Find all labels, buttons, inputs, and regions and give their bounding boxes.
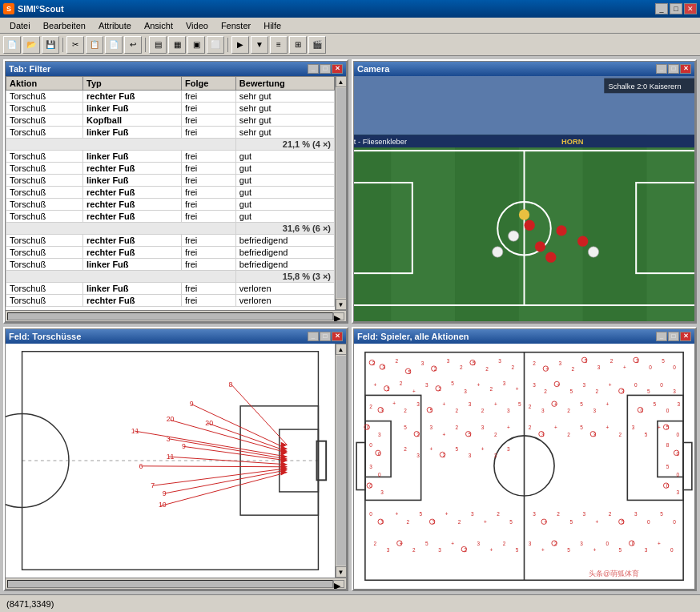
tb-save[interactable]: 💾 — [42, 36, 59, 54]
svg-text:3: 3 — [471, 511, 474, 517]
svg-text:0: 0 — [647, 519, 650, 525]
tb-copy[interactable]: 📋 — [86, 36, 103, 54]
tb-layout[interactable]: ⊞ — [289, 36, 307, 54]
tb-view4[interactable]: ⬜ — [207, 36, 224, 54]
maximize-button[interactable]: □ — [670, 3, 682, 14]
svg-text:2: 2 — [406, 519, 409, 525]
svg-text:5: 5 — [619, 547, 622, 553]
svg-text:2: 2 — [619, 432, 622, 437]
svg-text:0: 0 — [378, 472, 381, 477]
svg-text:+: + — [623, 364, 626, 370]
svg-text:3: 3 — [632, 425, 635, 430]
svg-text:0: 0 — [670, 547, 674, 553]
col-folge: Folge — [182, 77, 236, 91]
field-minimize-btn[interactable]: _ — [308, 332, 319, 341]
field-maximize-btn[interactable]: □ — [320, 332, 331, 341]
menu-fenster[interactable]: Fenster — [215, 19, 257, 32]
svg-text:5: 5 — [425, 541, 428, 546]
filter-close-btn[interactable]: ✕ — [332, 64, 343, 74]
camera-svg: Ceresit - Fliesenkleber HORN Schalke 2:0… — [354, 76, 694, 321]
svg-text:+: + — [443, 432, 446, 437]
scatter-close-btn[interactable]: ✕ — [680, 332, 691, 341]
scatter-panel-titlebar: Feld: Spieler, alle Aktionen _ □ ✕ — [354, 329, 694, 344]
filter-hscroll[interactable]: ▶ — [6, 310, 346, 321]
scatter-maximize-btn[interactable]: □ — [668, 332, 679, 341]
svg-text:2: 2 — [511, 364, 514, 370]
camera-maximize-btn[interactable]: □ — [668, 64, 679, 74]
menu-datei[interactable]: Datei — [3, 19, 37, 32]
field-hscroll-right[interactable]: ▶ — [333, 580, 344, 588]
svg-text:+: + — [490, 547, 493, 553]
filter-hscroll-right[interactable]: ▶ — [333, 312, 344, 320]
tb-view3[interactable]: ▣ — [187, 36, 205, 54]
filter-maximize-btn[interactable]: □ — [320, 64, 331, 74]
tb-undo[interactable]: ↩ — [124, 36, 142, 54]
svg-rect-75 — [356, 442, 365, 489]
tb-paste[interactable]: 📄 — [105, 36, 123, 54]
menu-video[interactable]: Video — [179, 19, 215, 32]
svg-text:3: 3 — [498, 358, 501, 364]
filter-htrack[interactable] — [7, 312, 333, 320]
tb-open[interactable]: 📂 — [22, 36, 40, 54]
menu-ansicht[interactable]: Ansicht — [138, 19, 179, 32]
camera-minimize-btn[interactable]: _ — [656, 64, 667, 74]
svg-text:3: 3 — [558, 360, 561, 366]
tb-chart[interactable]: ≡ — [270, 36, 288, 54]
menu-attribute[interactable]: Attribute — [92, 19, 138, 32]
svg-text:2: 2 — [494, 453, 497, 458]
svg-text:8: 8 — [229, 380, 233, 389]
menu-hilfe[interactable]: Hilfe — [257, 19, 288, 32]
filter-vscroll[interactable]: ▲ ▼ — [335, 76, 346, 310]
tb-filter[interactable]: ▼ — [251, 36, 268, 54]
filter-scroll-down[interactable]: ▼ — [336, 299, 347, 310]
svg-text:3: 3 — [380, 489, 384, 495]
filter-minimize-btn[interactable]: _ — [308, 64, 319, 74]
tb-cut[interactable]: ✂ — [66, 36, 84, 54]
svg-point-25 — [519, 209, 529, 219]
svg-text:2: 2 — [460, 364, 463, 370]
svg-text:2: 2 — [494, 432, 497, 437]
svg-text:3: 3 — [507, 408, 510, 413]
tb-video[interactable]: 🎬 — [308, 36, 326, 54]
tb-sep2 — [145, 38, 146, 52]
camera-panel-buttons: _ □ ✕ — [656, 64, 691, 74]
scatter-minimize-btn[interactable]: _ — [656, 332, 667, 341]
app-title: SIMI°Scout — [18, 4, 64, 14]
field-scroll-down[interactable]: ▼ — [336, 566, 347, 578]
svg-point-19 — [525, 220, 535, 231]
tb-new[interactable]: 📄 — [3, 36, 21, 54]
field-htrack[interactable] — [7, 580, 333, 588]
tb-view2[interactable]: ▦ — [168, 36, 186, 54]
camera-close-btn[interactable]: ✕ — [680, 64, 691, 74]
svg-text:2: 2 — [533, 360, 536, 366]
minimize-button[interactable]: _ — [655, 3, 668, 14]
field-hscroll[interactable]: ▶ — [6, 578, 346, 589]
tb-view1[interactable]: ▤ — [149, 36, 167, 54]
svg-text:3: 3 — [438, 547, 441, 553]
svg-text:3: 3 — [416, 453, 420, 458]
field-vscroll[interactable]: ▲ ▼ — [335, 344, 346, 578]
close-button[interactable]: ✕ — [684, 3, 697, 14]
menu-bearbeiten[interactable]: Bearbeiten — [37, 19, 92, 32]
camera-panel-title: Camera — [357, 64, 389, 74]
svg-text:0: 0 — [673, 519, 676, 525]
filter-scroll-track[interactable] — [336, 88, 346, 298]
filter-table-container[interactable]: Aktion Typ Folge Bewertung Torschußrecht… — [6, 76, 335, 310]
svg-text:2: 2 — [412, 547, 416, 553]
window-controls: _ □ ✕ — [655, 3, 697, 14]
svg-text:2: 2 — [404, 408, 407, 413]
scatter-diagram: 2 3 2 5 3 2 3 2 5 2 3 2 + 3 2 + — [354, 344, 694, 589]
svg-text:2: 2 — [503, 541, 506, 546]
svg-text:2: 2 — [374, 541, 377, 546]
tb-sep1 — [62, 38, 63, 52]
field-scroll-up[interactable]: ▲ — [336, 344, 347, 355]
tb-play[interactable]: ▶ — [231, 36, 249, 54]
field-close-btn[interactable]: ✕ — [332, 332, 343, 341]
svg-text:+: + — [596, 519, 599, 525]
field-scroll-track[interactable] — [336, 356, 346, 566]
field-panel-buttons: _ □ ✕ — [308, 332, 343, 341]
filter-scroll-up[interactable]: ▲ — [336, 76, 347, 87]
svg-text:Ceresit - Fliesenkleber: Ceresit - Fliesenkleber — [354, 138, 407, 146]
svg-text:+: + — [507, 425, 510, 430]
svg-text:+: + — [451, 541, 454, 546]
